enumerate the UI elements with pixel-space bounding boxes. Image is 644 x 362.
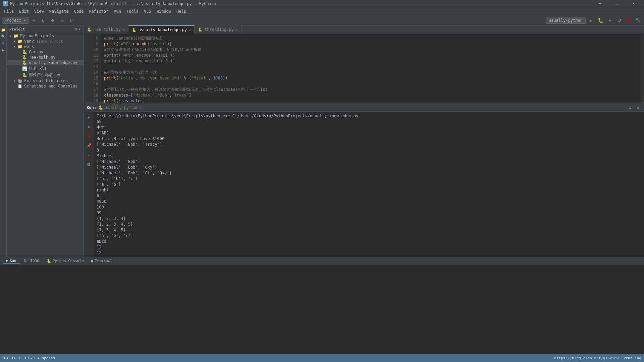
activity-bar: 📁 🔍 ⑂ ▶ (0, 25, 7, 257)
profile-button[interactable]: ⏱ (615, 16, 623, 24)
project-dropdown[interactable]: Project ▾ (2, 17, 29, 24)
tab-threading-label: threading.py (205, 27, 234, 32)
title-bar-controls[interactable]: ─ □ ✕ (592, 0, 641, 7)
toolbar-back-button[interactable]: ◁ (58, 16, 66, 24)
menu-bar: File Edit View Navigate Code Refactor Ru… (0, 7, 644, 15)
run-config-badge-close[interactable]: ✕ (140, 106, 142, 109)
toolbar-forward-button[interactable]: ▷ (67, 16, 75, 24)
build-button[interactable]: 🔨 (634, 16, 642, 24)
bottom-bar: 8:8 CRLF UTF-8 4 spaces https://blog.csd… (0, 354, 644, 362)
run-stop-tool[interactable]: ■ (85, 132, 93, 140)
run-settings-icon[interactable]: ⚙ (627, 104, 633, 111)
close-button[interactable]: ✕ (626, 0, 641, 7)
app-icon: P (3, 1, 8, 6)
tree-item-external-libraries[interactable]: ▾ 📚 External Libraries (7, 78, 84, 83)
sidebar-settings-icon[interactable]: ⚙ (75, 27, 77, 32)
right-gutter (641, 34, 644, 103)
run-rerun-tool[interactable]: ↻ (85, 123, 93, 131)
bottom-encoding[interactable]: UTF-8 (23, 356, 35, 360)
tree-item-email[interactable]: 🐍 邮件产生标名.py (7, 72, 84, 78)
menu-run[interactable]: Run (111, 8, 124, 14)
tree-item-usually-knowledge[interactable]: 🐍 usually-knowledge.py (7, 60, 84, 65)
activity-search-icon[interactable]: 🔍 (0, 34, 6, 40)
run-sidebar: ▶ ↻ ■ 📌 ↓ 🗑 (84, 112, 94, 257)
tree-label-venv: venv library root (24, 39, 63, 44)
terminal-label: Terminal (95, 259, 112, 263)
menu-vcs[interactable]: VCS (141, 8, 154, 14)
menu-navigate[interactable]: Navigate (47, 8, 71, 14)
tree-label-ranking: 排名.xls (29, 66, 47, 71)
tab-usually-knowledge[interactable]: 🐍 usually-knowledge.py ✕ (128, 25, 195, 34)
tab-teetalk-close[interactable]: ✕ (122, 28, 124, 32)
code-area[interactable]: #use .encode()指定编码格式 print('ABC'.encode(… (101, 34, 641, 103)
tab-teetalk[interactable]: 🐍 Tee-talk.py ✕ (84, 25, 128, 34)
run-config: usually-python ▶ 🐛 ☂ ⏱ ■ 🔨 (546, 16, 642, 24)
minimize-button[interactable]: ─ (592, 0, 608, 7)
menu-tools[interactable]: Tools (124, 8, 141, 14)
maximize-button[interactable]: □ (609, 0, 625, 7)
tab-threading-close[interactable]: ✕ (236, 28, 238, 32)
run-play-tool[interactable]: ▶ (85, 113, 93, 121)
tree-item-venv[interactable]: ▾ 📁 venv library root (7, 39, 84, 44)
tree-item-teetalk[interactable]: 🐍 Tee-talk.py (7, 55, 84, 60)
menu-refactor[interactable]: Refactor (86, 8, 111, 14)
run-config-badge[interactable]: 🐍 usually-python ✕ (98, 105, 142, 110)
tab-threading[interactable]: 🐍 threading.py ✕ (195, 25, 241, 34)
menu-view[interactable]: View (32, 8, 47, 14)
run-tab-icon: ▶ (6, 258, 8, 263)
bottom-event-log[interactable]: Event Log (621, 356, 641, 360)
menu-window[interactable]: Window (154, 8, 174, 14)
title-bar: P PythonProjects [C:\Users\QinHsiu\Pytho… (0, 0, 644, 7)
status-tab-python-console[interactable]: 🐍 Python Console (43, 258, 87, 264)
tree-label-email: 邮件产生标名.py (29, 72, 60, 78)
run-output[interactable]: C:\Users\QinHsiu\PythonProjects\venv\Scr… (94, 112, 644, 257)
run-panel-header: Run: 🐍 usually-python ✕ ⚙ ✕ (84, 103, 644, 112)
run-panel: Run: 🐍 usually-python ✕ ⚙ ✕ ▶ ↻ ■ 📌 ↓ (84, 103, 644, 257)
sidebar: Project ⚙ ▾ ▾ 📁 PythonProjects ▾ 📁 venv … (7, 25, 84, 257)
bottom-link[interactable]: https://blog.csdn.net/qiuview (554, 356, 619, 360)
activity-project-icon[interactable]: 📁 (0, 27, 6, 33)
menu-file[interactable]: File (1, 8, 16, 14)
status-tab-todo[interactable]: 6: TODO (20, 258, 43, 264)
editor-area: 🐍 Tee-talk.py ✕ 🐍 usually-knowledge.py ✕… (84, 25, 644, 257)
status-tab-terminal[interactable]: ■ Terminal (88, 258, 116, 264)
tree-item-scratches[interactable]: 📋 Scratches and Consoles (7, 83, 84, 89)
run-scroll-tool[interactable]: ↓ (85, 151, 93, 159)
debug-button[interactable]: 🐛 (596, 16, 604, 24)
tree-item-car[interactable]: 🐍 Car.py (7, 49, 84, 55)
run-button[interactable]: ▶ (587, 16, 595, 24)
tree-item-pythonprojects[interactable]: ▾ 📁 PythonProjects (7, 33, 84, 39)
tree-item-ranking[interactable]: 📊 排名.xls (7, 65, 84, 72)
stop-button[interactable]: ■ (625, 16, 633, 24)
run-config-name[interactable]: usually-python (546, 17, 586, 24)
status-tab-run[interactable]: ▶ Run (3, 258, 20, 264)
tree-label-external-libraries: External Libraries (24, 78, 68, 83)
terminal-icon: ■ (91, 259, 94, 263)
run-pin-tool[interactable]: 📌 (85, 141, 93, 149)
run-close-icon[interactable]: ✕ (635, 104, 641, 111)
run-tab-label: Run (10, 258, 16, 263)
tree-label-scratches: Scratches and Consoles (24, 84, 77, 88)
bottom-line-ending[interactable]: CRLF (12, 356, 21, 360)
bottom-indent[interactable]: 4 spaces (38, 356, 55, 360)
sidebar-collapse-icon[interactable]: ▾ (78, 27, 81, 32)
tab-usually-knowledge-close[interactable]: ✕ (189, 28, 191, 32)
coverage-button[interactable]: ☂ (606, 16, 614, 24)
todo-tab-label: 6: TODO (24, 259, 39, 263)
toolbar-add-button[interactable]: ＋ (30, 16, 38, 24)
sidebar-title: Project (9, 27, 25, 32)
toolbar-settings-button[interactable]: ⚙ (49, 16, 57, 24)
editor-content: 8 9 10 11 12 13 14 15 16 17 18 19 20 21 … (84, 34, 644, 103)
tree-label-car: Car.py (29, 50, 43, 54)
toolbar-sync-button[interactable]: ↻ (39, 16, 47, 24)
menu-code[interactable]: Code (71, 8, 87, 14)
activity-vcs-icon[interactable]: ⑂ (0, 40, 6, 46)
title-text: PythonProjects [C:\Users\QinHsiu\PythonP… (10, 1, 216, 6)
run-trash-tool[interactable]: 🗑 (85, 160, 93, 168)
run-config-badge-name: usually-python (105, 105, 139, 110)
activity-run-icon[interactable]: ▶ (0, 47, 6, 53)
line-numbers: 8 9 10 11 12 13 14 15 16 17 18 19 20 21 … (84, 34, 101, 103)
menu-edit[interactable]: Edit (16, 8, 32, 14)
tree-item-work[interactable]: ▾ 📁 work (7, 44, 84, 49)
menu-help[interactable]: Help (174, 8, 189, 14)
